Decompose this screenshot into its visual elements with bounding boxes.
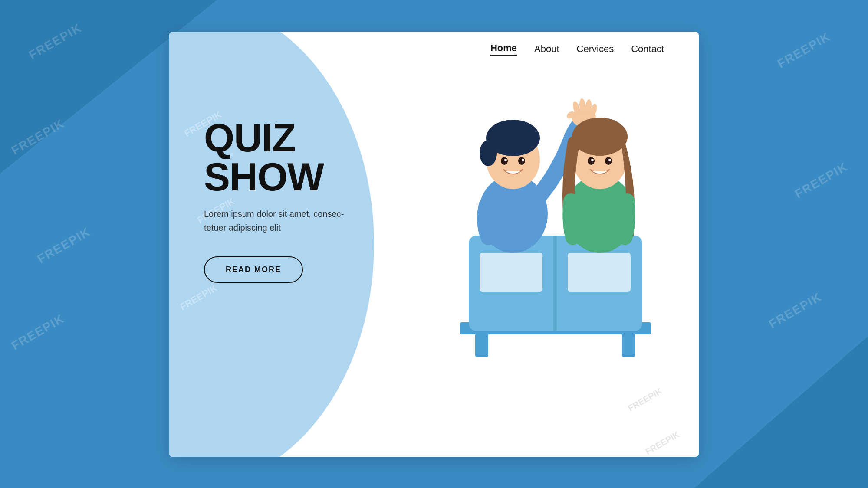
nav-contact[interactable]: Contact	[631, 43, 664, 55]
watermark-6: FREEPIK	[792, 160, 850, 201]
boy-eye-left	[501, 157, 508, 165]
boy-eye-left-white	[504, 159, 507, 161]
bg-triangle-br	[694, 336, 868, 488]
watermark-7: FREEPIK	[766, 290, 824, 331]
left-panel	[480, 253, 542, 292]
girl-arm-left	[570, 201, 573, 238]
hero-subtitle: Lorem ipsum dolor sit amet, consec-tetue…	[204, 207, 352, 235]
girl-eye-left-white	[591, 159, 594, 161]
quiz-illustration	[412, 66, 681, 396]
girl-hair-top	[572, 118, 628, 156]
read-more-button[interactable]: READ MORE	[204, 256, 303, 283]
hero-title: QUIZ SHOW	[204, 118, 352, 197]
main-card: FREEPIK FREEPIK FREEPIK Home About Cervi…	[169, 32, 699, 457]
girl-arm-right	[625, 201, 628, 238]
girl-eye-right-white	[608, 159, 611, 161]
boy-arm-left	[484, 205, 488, 238]
girl-eye-left	[588, 157, 595, 165]
desk-divider	[553, 236, 557, 331]
nav-about[interactable]: About	[534, 43, 559, 55]
watermark-3: FREEPIK	[35, 225, 93, 266]
watermark-4: FREEPIK	[9, 311, 67, 353]
watermark-5: FREEPIK	[775, 29, 833, 71]
hero-section: QUIZ SHOW Lorem ipsum dolor sit amet, co…	[204, 118, 352, 283]
hero-title-line1: QUIZ	[204, 118, 352, 157]
nav-services[interactable]: Cervices	[577, 43, 614, 55]
girl-eye-right	[605, 157, 612, 165]
navigation: Home About Cervices Contact	[169, 32, 699, 66]
boy-hair-left	[480, 140, 497, 166]
card-watermark-1: FREEPIK	[644, 429, 681, 456]
illustration-area	[412, 66, 681, 396]
nav-home[interactable]: Home	[490, 43, 517, 56]
boy-eye-right	[518, 157, 525, 165]
hero-title-line2: SHOW	[204, 157, 352, 197]
right-panel	[568, 253, 631, 292]
boy-eye-right-white	[522, 159, 524, 161]
desk-leg-left	[475, 331, 488, 357]
